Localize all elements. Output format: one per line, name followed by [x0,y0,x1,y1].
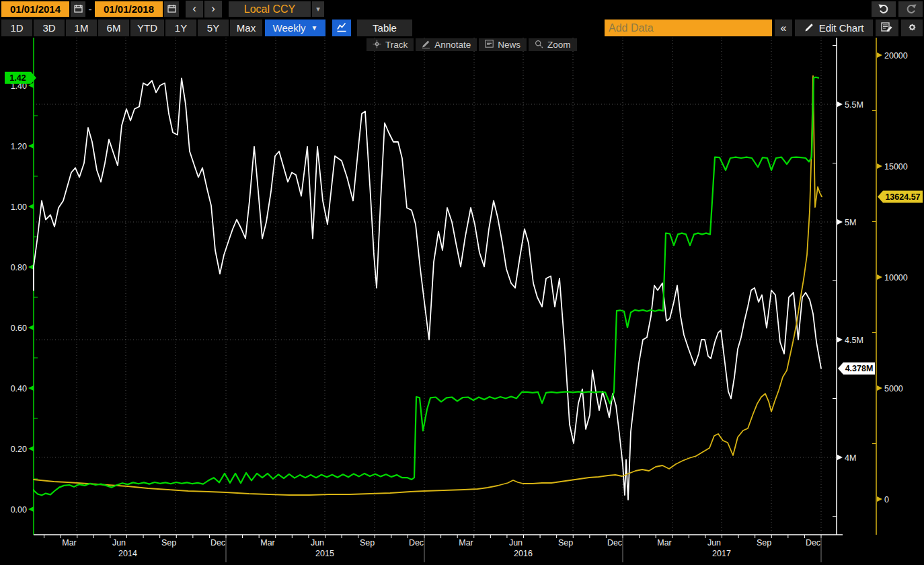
axis-tick-label: 15000 [884,162,908,172]
axis-tick-arrow [837,337,843,342]
range-button-max[interactable]: Max [230,20,262,36]
news-label: News [498,40,521,50]
chart-tools-bar: Track Annotate News Zoom [367,38,577,51]
axis-tick-arrow [877,496,882,502]
month-label: Dec [806,538,820,548]
green-series-line [34,77,818,496]
date-range-toolbar: 01/01/2014 - 01/01/2018 ‹ › Local CCY ▾ [0,0,924,18]
axis-tick-arrow [837,102,843,107]
yellow-series-last-value-label: 13624.57 [885,192,920,202]
chart-controls-toolbar: 1D 3D 1M 6M YTD 1Y 5Y Max Weekly ▼ Table… [0,18,924,38]
month-label: Jun [707,538,721,548]
undo-button[interactable] [872,1,896,17]
month-label: Dec [210,538,225,548]
month-label: Jun [509,538,523,548]
newspaper-icon [485,40,494,50]
axis-tick-arrow [837,219,843,225]
month-label: Sep [757,538,771,548]
axis-tick-arrow [28,204,34,209]
year-label: 2017 [712,549,731,558]
track-label: Track [385,40,408,50]
redo-icon [905,3,917,15]
white-series-last-value-label: 4.378M [845,364,874,373]
start-date-calendar-button[interactable] [71,1,85,17]
axis-tick-arrow [837,455,843,460]
range-button-6m[interactable]: 6M [98,20,129,36]
axis-tick-arrow [28,325,34,330]
month-label: Jun [311,538,324,548]
year-label: 2016 [514,549,533,558]
end-date-field[interactable]: 01/01/2018 [95,1,163,17]
axis-tick-label: 0.00 [11,505,27,515]
calendar-icon [74,3,83,15]
gear-icon [907,22,918,35]
chevron-down-icon: ▼ [311,24,318,32]
annotate-button[interactable]: Annotate [416,38,477,51]
axis-tick-arrow [877,274,882,280]
axis-tick-label: 5M [845,218,856,227]
axis-tick-label: 10000 [884,273,908,282]
axis-tick-arrow [28,446,34,451]
month-label: Jun [112,538,126,548]
axis-tick-arrow [877,163,882,169]
range-button-ytd[interactable]: YTD [130,20,164,36]
axis-tick-label: 5000 [884,384,903,393]
zoom-label: Zoom [547,40,571,50]
crosshair-icon [373,40,381,50]
end-date-calendar-button[interactable] [164,1,179,17]
pan-forward-button[interactable]: › [204,1,222,17]
axis-tick-arrow [28,385,34,391]
table-button[interactable]: Table [357,20,412,36]
chart-type-button[interactable] [332,20,351,36]
calendar-icon [167,3,176,15]
month-label: Mar [459,538,473,548]
start-date-field[interactable]: 01/01/2014 [1,1,69,17]
month-label: Dec [409,538,424,548]
axis-tick-label: 1.00 [11,202,27,212]
white-series-line [34,79,821,500]
month-label: Mar [260,538,275,548]
axis-tick-label: 0.20 [11,445,27,454]
month-label: Sep [360,538,375,548]
axis-tick-label: 4.5M [845,336,863,345]
range-button-1m[interactable]: 1M [66,20,97,36]
month-label: Sep [558,538,573,548]
currency-dropdown-button[interactable]: ▾ [312,1,324,17]
pencil-icon [804,22,814,34]
month-label: Mar [657,538,672,548]
chart-annotations-button[interactable] [876,20,898,36]
axis-tick-label: 0.80 [11,263,27,272]
date-separator: - [87,3,93,15]
axis-tick-arrow [877,385,882,391]
collapse-panel-button[interactable]: « [775,20,792,36]
range-button-1d[interactable]: 1D [1,20,32,36]
settings-button[interactable] [901,20,923,36]
range-button-5y[interactable]: 5Y [198,20,229,36]
range-button-1y[interactable]: 1Y [165,20,196,36]
magnifier-icon [535,40,543,50]
axis-tick-arrow [28,143,34,149]
pencil-line-icon [422,40,430,50]
frequency-dropdown[interactable]: Weekly ▼ [265,20,325,36]
redo-button[interactable] [898,1,923,17]
frequency-label: Weekly [273,22,306,34]
pan-back-button[interactable]: ‹ [186,1,203,17]
annotate-label: Annotate [434,40,471,50]
add-data-input[interactable] [605,20,772,36]
month-label: Dec [607,538,622,548]
year-label: 2014 [118,549,137,558]
axis-tick-label: 1.20 [11,142,27,151]
axis-tick-label: 20000 [884,51,908,61]
axis-tick-label: 0.60 [11,324,27,333]
track-button[interactable]: Track [367,38,414,51]
axis-tick-arrow [28,506,34,512]
news-button[interactable]: News [479,38,527,51]
range-button-3d[interactable]: 3D [34,20,65,36]
month-label: Mar [62,538,77,548]
currency-selector[interactable]: Local CCY [229,1,311,17]
month-label: Sep [161,538,176,548]
zoom-button[interactable]: Zoom [529,38,577,51]
axis-tick-arrow [877,52,882,58]
edit-chart-button[interactable]: Edit Chart [795,20,873,36]
axis-tick-label: 0.40 [11,384,27,393]
